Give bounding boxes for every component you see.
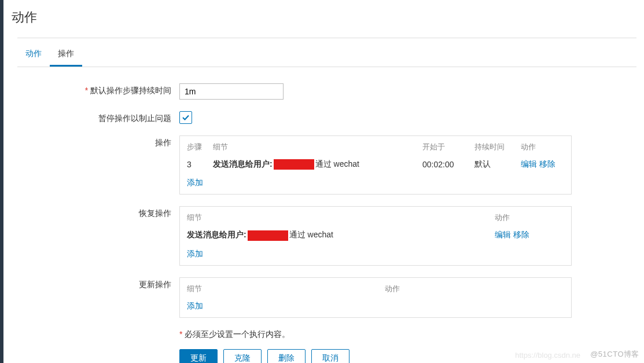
- duration-input[interactable]: [179, 83, 284, 100]
- watermark-text: @51CTO博客: [590, 349, 639, 360]
- cell-r-action: 编辑 移除: [495, 230, 564, 240]
- control-duration: [179, 83, 636, 100]
- submit-button[interactable]: 更新: [179, 349, 218, 363]
- tab-action[interactable]: 动作: [17, 43, 50, 67]
- cell-r-detail: 发送消息给用户:通过 wechat: [187, 230, 495, 240]
- label-update: 更新操作: [17, 277, 179, 290]
- recovery-table: 细节 动作 发送消息给用户:通过 wechat 编辑 移除: [179, 206, 572, 265]
- recovery-row: 发送消息给用户:通过 wechat 编辑 移除: [187, 228, 564, 246]
- watermark-url: https://blog.csdn.ne: [515, 351, 580, 360]
- label-duration: * 默认操作步骤持续时间: [17, 83, 179, 96]
- row-recovery: 恢复操作 细节 动作 发送消息给用户:通过 wechat 编辑: [17, 206, 636, 265]
- main-panel: 动作 操作 * 默认操作步骤持续时间 暂停操作以制止问题: [17, 38, 636, 363]
- page-title: 动作: [12, 9, 644, 38]
- row-pause: 暂停操作以制止问题: [17, 111, 636, 124]
- form-area: * 默认操作步骤持续时间 暂停操作以制止问题 操作: [17, 67, 636, 363]
- cell-detail: 发送消息给用户:通过 wechat: [213, 159, 422, 170]
- label-recovery: 恢复操作: [17, 206, 179, 219]
- th-start: 开始于: [422, 142, 474, 152]
- cell-action: 编辑 移除: [521, 159, 564, 170]
- control-recovery: 细节 动作 发送消息给用户:通过 wechat 编辑 移除: [179, 206, 636, 265]
- operations-thead: 步骤 细节 开始于 持续时间 动作: [187, 142, 564, 157]
- tab-bar: 动作 操作: [17, 38, 636, 67]
- cell-step: 3: [187, 160, 213, 169]
- th-step: 步骤: [187, 142, 213, 152]
- cancel-button[interactable]: 取消: [311, 349, 349, 363]
- row-update: 更新操作 细节 动作 添加: [17, 277, 636, 318]
- required-mark-2: *: [179, 329, 185, 339]
- page-container: 动作 动作 操作 * 默认操作步骤持续时间 暂停操作以制止问题: [0, 0, 644, 363]
- th-u-action: 动作: [385, 284, 564, 294]
- th-duration: 持续时间: [474, 142, 521, 152]
- tab-operation[interactable]: 操作: [50, 43, 82, 67]
- r-edit-link[interactable]: 编辑: [495, 230, 511, 239]
- operations-table: 步骤 细节 开始于 持续时间 动作 3 发送消息给用户:通过 wechat 00…: [179, 135, 572, 195]
- pause-checkbox[interactable]: [179, 111, 192, 124]
- redacted-block: [274, 159, 314, 170]
- update-table: 细节 动作 添加: [179, 277, 572, 318]
- delete-button[interactable]: 删除: [267, 349, 306, 363]
- r-remove-link[interactable]: 移除: [513, 230, 529, 239]
- th-u-detail: 细节: [187, 284, 385, 294]
- clone-button[interactable]: 克隆: [223, 349, 262, 363]
- update-add-link[interactable]: 添加: [187, 299, 203, 311]
- update-thead: 细节 动作: [187, 284, 564, 299]
- cell-duration: 默认: [474, 159, 521, 170]
- label-operations: 操作: [17, 135, 179, 148]
- label-pause: 暂停操作以制止问题: [17, 111, 179, 124]
- th-r-detail: 细节: [187, 212, 495, 223]
- control-update: 细节 动作 添加: [179, 277, 636, 318]
- recovery-add-link[interactable]: 添加: [187, 247, 203, 259]
- check-icon: [182, 113, 190, 122]
- control-pause: [179, 111, 636, 124]
- row-duration: * 默认操作步骤持续时间: [17, 83, 636, 100]
- redacted-block-2: [248, 230, 288, 241]
- remove-link[interactable]: 移除: [539, 159, 555, 168]
- required-mark: *: [85, 86, 90, 95]
- recovery-thead: 细节 动作: [187, 212, 564, 228]
- operations-add-link[interactable]: 添加: [187, 175, 203, 188]
- edit-link[interactable]: 编辑: [521, 159, 537, 168]
- footer-required-msg: * 必须至少设置一个执行内容。: [179, 329, 636, 340]
- th-r-action: 动作: [495, 212, 564, 223]
- operations-row: 3 发送消息给用户:通过 wechat 00:02:00 默认 编辑 移除: [187, 157, 564, 175]
- row-operations: 操作 步骤 细节 开始于 持续时间 动作 3 发送消: [17, 135, 636, 195]
- th-action: 动作: [521, 142, 564, 152]
- control-operations: 步骤 细节 开始于 持续时间 动作 3 发送消息给用户:通过 wechat 00…: [179, 135, 636, 195]
- left-sidebar-edge: [0, 0, 3, 363]
- cell-start: 00:02:00: [422, 160, 474, 169]
- label-empty: [17, 329, 179, 332]
- th-detail: 细节: [213, 142, 422, 152]
